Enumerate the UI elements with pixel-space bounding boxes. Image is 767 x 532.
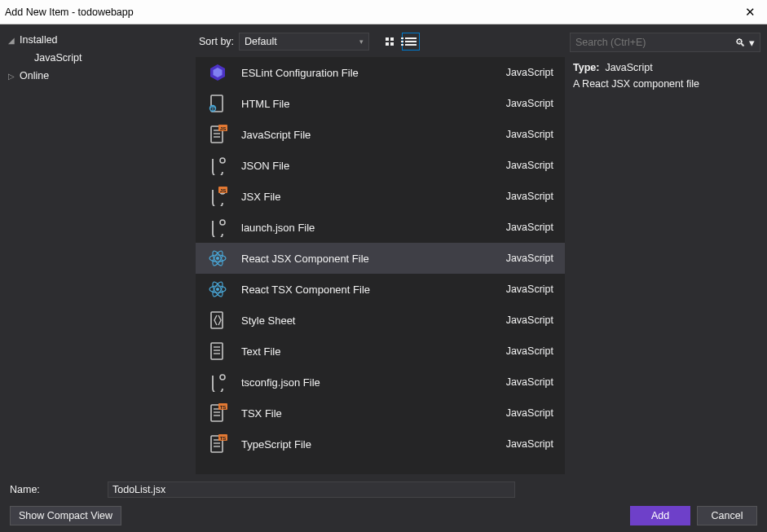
tree-online-label: Online (20, 70, 49, 81)
name-input[interactable] (108, 481, 515, 498)
template-lang: JavaScript (506, 438, 553, 450)
html-icon (207, 93, 228, 114)
template-label: React TSX Component File (241, 284, 506, 296)
title-bar: Add New Item - todowebapp ✕ (0, 0, 767, 24)
tree-installed[interactable]: ◢ Installed (0, 31, 196, 49)
template-row[interactable]: Text FileJavaScript (196, 336, 565, 367)
cancel-button[interactable]: Cancel (697, 506, 757, 525)
tsx-icon (207, 402, 228, 424)
template-lang: JavaScript (506, 129, 553, 140)
ts-icon (207, 433, 228, 455)
grid-icon (386, 37, 394, 46)
template-lang: JavaScript (506, 222, 553, 233)
template-lang: JavaScript (506, 253, 553, 264)
chevron-down-icon: ◢ (8, 36, 20, 45)
template-row[interactable]: launch.json FileJavaScript (196, 212, 565, 243)
sort-label: Sort by: (199, 36, 234, 47)
view-list-button[interactable] (402, 33, 420, 51)
search-box[interactable]: 🔍︎ ▾ (570, 33, 760, 52)
view-grid-button[interactable] (381, 33, 399, 51)
template-lang: JavaScript (506, 284, 553, 295)
template-label: React JSX Component File (241, 253, 506, 265)
template-lang: JavaScript (506, 67, 553, 78)
template-row[interactable]: React JSX Component FileJavaScript (196, 243, 565, 274)
template-row[interactable]: React TSX Component FileJavaScript (196, 274, 565, 305)
template-row[interactable]: ESLint Configuration FileJavaScript (196, 57, 565, 88)
template-row[interactable]: JSX FileJavaScript (196, 181, 565, 212)
details-type-label: Type: (573, 62, 599, 73)
template-label: TSX File (241, 407, 506, 420)
react-icon (207, 279, 228, 300)
template-row[interactable]: tsconfig.json FileJavaScript (196, 367, 565, 398)
category-tree: ◢ Installed JavaScript ▷ Online (0, 24, 196, 474)
json-icon (207, 155, 228, 176)
tree-online[interactable]: ▷ Online (0, 67, 196, 85)
template-label: JSON File (241, 160, 506, 172)
search-icon: 🔍︎ ▾ (735, 37, 755, 49)
bottom-bar: Name: Show Compact View Add Cancel (0, 474, 767, 532)
sort-dropdown[interactable]: Default ▾ (239, 33, 369, 51)
react-icon (207, 248, 228, 269)
template-row[interactable]: TSX FileJavaScript (196, 398, 565, 429)
template-row[interactable]: Style SheetJavaScript (196, 305, 565, 336)
template-lang: JavaScript (506, 345, 553, 357)
template-row[interactable]: TypeScript FileJavaScript (196, 429, 565, 459)
template-label: HTML File (241, 98, 506, 110)
template-list: ESLint Configuration FileJavaScriptHTML … (196, 57, 565, 474)
add-button[interactable]: Add (630, 506, 690, 525)
search-input[interactable] (575, 37, 735, 48)
jsx-icon (207, 186, 228, 207)
text-icon (207, 341, 228, 362)
template-lang: JavaScript (506, 376, 553, 388)
tree-javascript[interactable]: JavaScript (0, 49, 196, 67)
template-lang: JavaScript (506, 98, 553, 109)
sort-value: Default (245, 36, 277, 47)
template-label: Text File (241, 345, 506, 358)
template-label: TypeScript File (241, 438, 506, 451)
template-lang: JavaScript (506, 160, 553, 171)
json-icon (207, 372, 228, 393)
chevron-down-icon: ▾ (359, 37, 364, 46)
name-label: Name: (10, 484, 108, 495)
template-label: tsconfig.json File (241, 376, 506, 389)
template-row[interactable]: JSON FileJavaScript (196, 150, 565, 181)
template-lang: JavaScript (506, 191, 553, 202)
template-lang: JavaScript (506, 314, 553, 326)
eslint-icon (207, 62, 228, 83)
js-icon (207, 124, 228, 145)
chevron-right-icon: ▷ (8, 72, 20, 81)
close-icon[interactable]: ✕ (738, 5, 762, 20)
template-label: ESLint Configuration File (241, 67, 506, 79)
tree-javascript-label: JavaScript (34, 52, 82, 64)
details-description: A React JSX component file (573, 78, 759, 90)
template-label: launch.json File (241, 222, 506, 234)
template-label: Style Sheet (241, 314, 506, 327)
show-compact-view-button[interactable]: Show Compact View (10, 506, 121, 525)
details-panel: Type: JavaScript A React JSX component f… (565, 59, 767, 93)
css-icon (207, 310, 228, 331)
json-icon (207, 217, 228, 238)
template-label: JSX File (241, 191, 506, 203)
sort-bar: Sort by: Default ▾ (196, 29, 565, 54)
tree-installed-label: Installed (20, 34, 58, 46)
template-lang: JavaScript (506, 407, 553, 419)
template-row[interactable]: HTML FileJavaScript (196, 88, 565, 119)
list-icon (405, 36, 417, 47)
template-row[interactable]: JavaScript FileJavaScript (196, 119, 565, 150)
window-title: Add New Item - todowebapp (5, 7, 738, 18)
template-label: JavaScript File (241, 129, 506, 141)
details-type-value: JavaScript (605, 62, 652, 73)
